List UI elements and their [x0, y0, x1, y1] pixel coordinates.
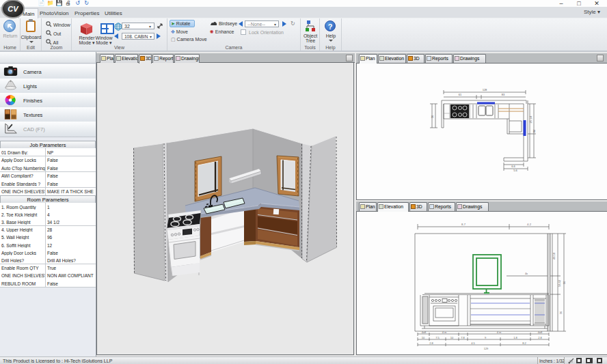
svg-text:4-2: 4-2 — [527, 223, 532, 226]
svg-text:2.8: 2.8 — [538, 336, 542, 339]
svg-text:6.6: 6.6 — [511, 165, 515, 168]
svg-text:4x: 4x — [525, 272, 528, 275]
svg-text:96: 96 — [563, 281, 566, 284]
svg-text:36: 36 — [431, 115, 434, 118]
svg-text:128: 128 — [483, 88, 487, 92]
svg-text:4 in: 4 in — [497, 331, 501, 334]
svg-text:8.2: 8.2 — [522, 341, 526, 345]
svg-text:58.42: 58.42 — [558, 279, 561, 287]
svg-text:4x8: 4x8 — [422, 331, 427, 334]
svg-text:84: 84 — [532, 129, 536, 132]
svg-text:61: 61 — [459, 93, 462, 96]
svg-text:1.8: 1.8 — [513, 336, 517, 339]
svg-text:10: 10 — [422, 336, 425, 339]
svg-text:4x8: 4x8 — [538, 331, 543, 334]
svg-text:4.5: 4.5 — [471, 341, 475, 345]
svg-text:129: 129 — [484, 347, 489, 350]
svg-text:2.8: 2.8 — [429, 341, 433, 345]
svg-text:48.58: 48.58 — [552, 252, 556, 260]
svg-text:9: 9 — [485, 336, 487, 339]
svg-text:7.8: 7.8 — [461, 336, 465, 339]
svg-text:83: 83 — [502, 93, 505, 96]
svg-text:10: 10 — [450, 336, 454, 339]
svg-text:25 1/4: 25 1/4 — [529, 115, 532, 124]
svg-text:5.6: 5.6 — [513, 169, 517, 172]
svg-text:4 in: 4 in — [442, 331, 446, 334]
svg-text:36: 36 — [559, 311, 563, 314]
svg-text:8-7: 8-7 — [461, 223, 466, 226]
svg-text:7.5: 7.5 — [435, 336, 440, 339]
